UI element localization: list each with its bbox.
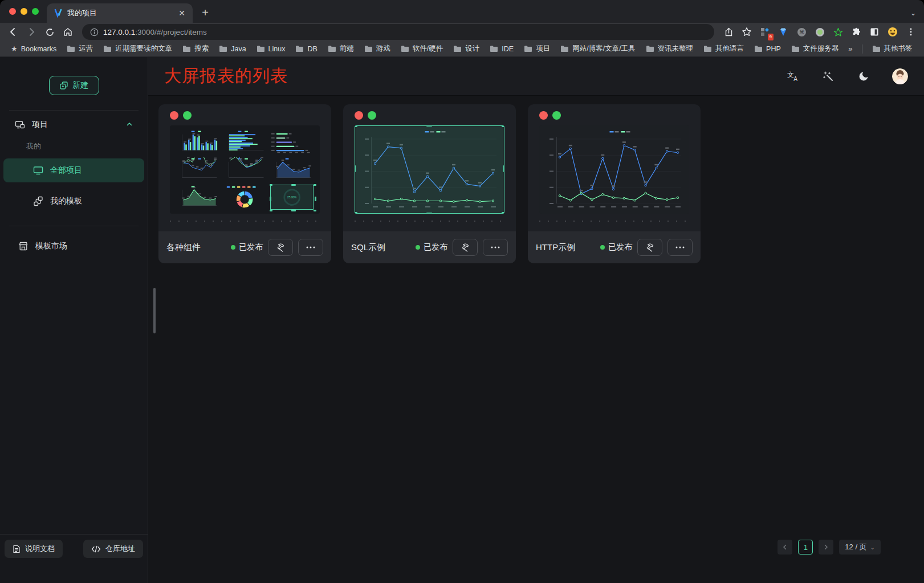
page-size-select[interactable]: 12 / 页 ⌄ (839, 540, 881, 555)
bookmark-folder[interactable]: IDE (486, 43, 518, 55)
selection-handle[interactable] (426, 125, 432, 127)
moon-icon[interactable] (857, 70, 870, 83)
selection-handle[interactable] (355, 125, 357, 127)
emoji-extension-icon[interactable] (885, 25, 900, 39)
browser-tab[interactable]: 我的项目 ✕ (47, 3, 193, 23)
next-page-button[interactable] (819, 540, 833, 555)
docs-button[interactable]: 说明文档 (5, 540, 63, 558)
sidebar-item-my-templates[interactable]: 我的模板 (3, 189, 144, 213)
site-info-icon[interactable] (90, 28, 99, 36)
project-card[interactable]: 25.00% 各种组件 已发布 (158, 104, 331, 263)
project-card[interactable]: SQL示例 已发布 (343, 104, 516, 263)
bookmark-folder[interactable]: 其他语言 (699, 42, 748, 55)
edit-hammer-button[interactable] (268, 239, 293, 256)
sidebar-group-projects[interactable]: 项目 (0, 111, 148, 130)
chevron-up-icon[interactable] (126, 120, 133, 129)
close-window-button[interactable] (9, 8, 16, 15)
reload-button[interactable] (42, 25, 57, 39)
bookmark-folder[interactable]: 软件/硬件 (397, 42, 447, 55)
window-controls[interactable] (9, 8, 39, 15)
bookmark-folder[interactable]: 前端 (324, 42, 358, 55)
bookmark-folder[interactable]: 资讯未整理 (642, 42, 698, 55)
selection-handle[interactable] (355, 212, 357, 214)
magic-wand-icon[interactable] (821, 70, 835, 83)
tab-search-chevron-icon[interactable]: ⌄ (910, 9, 916, 17)
avatar[interactable] (892, 68, 908, 84)
status-dot-icon (231, 245, 235, 250)
translate-icon[interactable]: 文A (786, 70, 800, 83)
bookmark-folder[interactable]: 运营 (63, 42, 97, 55)
project-card[interactable]: HTTP示例 已发布 (528, 104, 701, 263)
project-thumbnail[interactable]: 25.00% (170, 125, 320, 214)
selection-handle[interactable] (502, 125, 504, 127)
selection-handle[interactable] (314, 184, 316, 186)
sidebar-sublabel-my: 我的 (0, 130, 148, 152)
more-actions-button[interactable] (483, 239, 508, 256)
selection-handle[interactable] (426, 213, 432, 214)
browser-menu-icon[interactable] (903, 25, 918, 39)
bookmark-folder[interactable]: 设计 (449, 42, 483, 55)
zoom-window-button[interactable] (32, 8, 39, 15)
repo-button[interactable]: 仓库地址 (83, 540, 143, 558)
extensions-puzzle-icon[interactable] (849, 25, 864, 39)
bookmark-star-icon[interactable] (739, 25, 754, 39)
gem-extension-icon[interactable] (776, 25, 791, 39)
bookmark-folder[interactable]: PHP (750, 43, 785, 55)
bookmark-folder[interactable]: 游戏 (360, 42, 394, 55)
back-button[interactable] (6, 25, 21, 39)
bookmark-folder[interactable]: 搜索 (178, 42, 213, 55)
edit-hammer-button[interactable] (453, 239, 478, 256)
more-actions-button[interactable] (667, 239, 693, 256)
new-project-button[interactable]: 新建 (49, 76, 99, 95)
selection-handle[interactable] (270, 197, 271, 201)
bookmark-folder[interactable]: 文件服务器 (787, 42, 843, 55)
command-extension-icon[interactable]: ⌘ (794, 25, 809, 39)
bookmark-folders: 运营 近期需要读的文章 搜索 Java Linux DB 前端 游戏 软件/硬件… (63, 42, 842, 55)
page-number-button[interactable]: 1 (798, 540, 813, 555)
other-bookmarks[interactable]: 其他书签 (868, 42, 917, 55)
prev-page-button[interactable] (778, 540, 792, 555)
minimize-window-button[interactable] (21, 8, 27, 15)
more-actions-button[interactable] (298, 239, 323, 256)
bookmark-folder[interactable]: Java (215, 43, 250, 55)
folder-icon (791, 45, 800, 52)
tab-close-icon[interactable]: ✕ (177, 8, 187, 18)
project-thumbnail[interactable] (355, 125, 504, 214)
main-area: 大屏报表的列表 文A (148, 57, 924, 583)
scrollbar[interactable] (153, 288, 156, 333)
selection-handle[interactable] (291, 184, 296, 186)
bookmarks-root[interactable]: ★ Bookmarks (7, 43, 60, 55)
card-title: SQL示例 (351, 242, 385, 253)
bookmarks-overflow-chevron[interactable]: » (845, 44, 856, 53)
mini-chart-area (177, 185, 219, 209)
project-thumbnail[interactable] (539, 125, 689, 214)
home-button[interactable] (60, 25, 75, 39)
selection-handle[interactable] (502, 212, 504, 214)
bookmark-folder[interactable]: Linux (253, 43, 290, 55)
extension-grid-icon[interactable]: 9 (758, 25, 772, 39)
selection-handle[interactable] (291, 210, 296, 211)
dotted-separator (355, 221, 504, 222)
selection-handle[interactable] (270, 184, 272, 186)
extension-badge: 9 (768, 34, 774, 40)
bookmark-folder[interactable]: 近期需要读的文章 (99, 42, 176, 55)
green-dot-extension-icon[interactable] (812, 25, 827, 39)
bookmark-folder[interactable]: 项目 (520, 42, 554, 55)
selection-handle[interactable] (355, 165, 356, 172)
edit-hammer-button[interactable] (637, 239, 662, 256)
new-tab-button[interactable]: + (197, 5, 213, 21)
reading-mode-icon[interactable] (867, 25, 882, 39)
forward-button[interactable] (24, 25, 39, 39)
selection-handle[interactable] (503, 165, 504, 172)
mini-chart-grid: 25.00% (177, 130, 313, 209)
star-extension-icon[interactable] (831, 25, 845, 39)
share-icon[interactable] (721, 25, 736, 39)
bookmark-folder[interactable]: 网站/博客/文章/工具 (556, 42, 639, 55)
selection-handle[interactable] (315, 197, 316, 201)
address-bar[interactable]: 127.0.0.1:3000/#/project/items (82, 24, 714, 40)
sidebar-item-template-market[interactable]: 模板市场 (3, 234, 144, 258)
sidebar-item-all-projects[interactable]: 全部项目 (3, 158, 144, 182)
selection-handle[interactable] (270, 210, 272, 211)
selection-handle[interactable] (314, 210, 316, 211)
bookmark-folder[interactable]: DB (291, 43, 321, 55)
